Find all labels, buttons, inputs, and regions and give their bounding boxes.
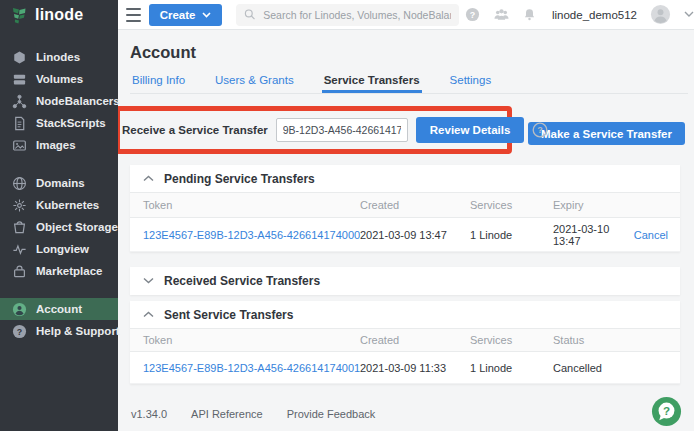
col-services: Services <box>470 199 553 211</box>
pending-services-cell: 1 Linode <box>470 229 553 241</box>
sidebar-group-services: Domains Kubernetes Object Storage Longvi… <box>0 172 118 282</box>
pending-transfers-card: Pending Service Transfers Token Created … <box>130 165 680 252</box>
sidebar-item-stackscripts[interactable]: StackScripts <box>0 112 118 134</box>
tab-users-grants[interactable]: Users & Grants <box>213 71 296 93</box>
longview-icon <box>12 242 27 257</box>
community-icon[interactable] <box>493 7 510 22</box>
help-chat-bubble-icon[interactable]: ? <box>651 396 682 427</box>
footer: v1.34.0 API Reference Provide Feedback <box>131 408 375 420</box>
sidebar-group-compute: Linodes Volumes NodeBalancers <box>0 46 118 156</box>
domains-icon <box>12 176 27 191</box>
sidebar-item-kubernetes[interactable]: Kubernetes <box>0 194 118 216</box>
provide-feedback-link[interactable]: Provide Feedback <box>287 408 376 420</box>
sidebar-item-images[interactable]: Images <box>0 134 118 156</box>
sidebar-item-help-support[interactable]: ? Help & Support <box>0 320 118 342</box>
sent-created-cell: 2021-03-09 11:33 <box>360 362 470 374</box>
sidebar-group-account: Account ? Help & Support <box>0 298 118 342</box>
avatar[interactable] <box>650 4 671 25</box>
linode-logo-icon <box>12 6 28 24</box>
tab-billing-info[interactable]: Billing Info <box>130 71 187 93</box>
user-menu-chevron-icon[interactable] <box>684 11 694 18</box>
topbar: linode Create ? <box>0 0 694 30</box>
pending-token-link[interactable]: 123E4567-E89B-12D3-A456-426614174000 <box>143 229 360 241</box>
images-icon <box>12 138 27 153</box>
sidebar-item-object-storage[interactable]: Object Storage <box>0 216 118 238</box>
expand-chevron-down-icon <box>143 277 154 284</box>
linode-logo[interactable]: linode <box>0 0 118 30</box>
chevron-down-icon <box>202 12 211 18</box>
col-services: Services <box>470 334 553 346</box>
global-search[interactable] <box>236 4 459 26</box>
collapse-chevron-up-icon <box>143 311 154 318</box>
sent-table-header: Token Created Services Status <box>130 328 680 352</box>
svg-text:?: ? <box>470 10 475 20</box>
api-reference-link[interactable]: API Reference <box>191 408 263 420</box>
help-support-icon: ? <box>12 324 27 339</box>
linodes-icon <box>12 50 27 65</box>
received-transfers-card: Received Service Transfers <box>130 267 680 295</box>
version-label: v1.34.0 <box>131 408 167 420</box>
create-button-label: Create <box>160 9 196 21</box>
svg-text:?: ? <box>17 326 22 336</box>
col-created: Created <box>360 199 470 211</box>
svg-text:?: ? <box>538 125 544 135</box>
col-expiry: Expiry <box>553 199 618 211</box>
pending-table-row: 123E4567-E89B-12D3-A456-426614174000 202… <box>130 218 680 252</box>
receive-transfer-label: Receive a Service Transfer <box>122 124 268 136</box>
pending-table-header: Token Created Services Expiry <box>130 192 680 218</box>
pending-created-cell: 2021-03-09 13:47 <box>360 229 470 241</box>
transfer-token-input[interactable] <box>276 118 408 142</box>
sent-token-link[interactable]: 123E4567-E89B-12D3-A456-426614174001 <box>143 362 360 374</box>
topbar-right: ? linode_demo512 <box>465 4 694 25</box>
kubernetes-icon <box>12 198 27 213</box>
svg-text:?: ? <box>663 404 670 417</box>
menu-hamburger-icon[interactable] <box>126 8 141 22</box>
col-created: Created <box>360 334 470 346</box>
search-icon <box>244 8 256 21</box>
nodebalancers-icon <box>12 94 27 109</box>
receive-transfer-row: Receive a Service Transfer Review Detail… <box>122 115 548 145</box>
page-title: Account <box>130 43 196 62</box>
cancel-transfer-link[interactable]: Cancel <box>634 229 668 241</box>
make-service-transfer-button[interactable]: Make a Service Transfer <box>528 122 685 145</box>
sent-table-row: 123E4567-E89B-12D3-A456-426614174001 202… <box>130 352 680 384</box>
username-label[interactable]: linode_demo512 <box>552 9 637 21</box>
search-input[interactable] <box>263 9 451 21</box>
sidebar-item-account[interactable]: Account <box>0 298 118 320</box>
sent-section-header[interactable]: Sent Service Transfers <box>130 301 680 328</box>
sent-services-cell: 1 Linode <box>470 362 553 374</box>
col-status: Status <box>553 334 618 346</box>
help-icon[interactable]: ? <box>465 7 480 22</box>
pending-expiry-cell: 2021-03-10 13:47 <box>553 223 618 247</box>
receive-help-icon[interactable]: ? <box>532 122 548 138</box>
sidebar: Linodes Volumes NodeBalancers <box>0 30 118 431</box>
sidebar-item-linodes[interactable]: Linodes <box>0 46 118 68</box>
account-tabs: Billing Info Users & Grants Service Tran… <box>130 71 688 94</box>
sidebar-item-domains[interactable]: Domains <box>0 172 118 194</box>
create-button[interactable]: Create <box>149 4 223 26</box>
sidebar-item-longview[interactable]: Longview <box>0 238 118 260</box>
volumes-icon <box>12 72 27 87</box>
tab-settings[interactable]: Settings <box>448 71 494 93</box>
pending-section-header[interactable]: Pending Service Transfers <box>130 165 680 192</box>
col-token: Token <box>130 334 360 346</box>
account-icon <box>12 302 27 317</box>
logo-wordmark: linode <box>35 6 83 24</box>
app-window: linode Create ? <box>0 0 694 431</box>
object-storage-icon <box>12 220 27 235</box>
tab-service-transfers[interactable]: Service Transfers <box>322 71 422 93</box>
marketplace-icon <box>12 264 27 279</box>
col-token: Token <box>130 199 360 211</box>
review-details-button[interactable]: Review Details <box>416 117 525 143</box>
sidebar-item-volumes[interactable]: Volumes <box>0 68 118 90</box>
sent-transfers-card: Sent Service Transfers Token Created Ser… <box>130 301 680 384</box>
received-section-header[interactable]: Received Service Transfers <box>130 267 680 294</box>
collapse-chevron-up-icon <box>143 175 154 182</box>
notifications-bell-icon[interactable] <box>523 7 536 22</box>
sidebar-item-marketplace[interactable]: Marketplace <box>0 260 118 282</box>
sidebar-item-nodebalancers[interactable]: NodeBalancers <box>0 90 118 112</box>
stackscripts-icon <box>12 116 27 131</box>
sent-status-cell: Cancelled <box>553 362 618 374</box>
main-content: Account Billing Info Users & Grants Serv… <box>118 30 694 431</box>
